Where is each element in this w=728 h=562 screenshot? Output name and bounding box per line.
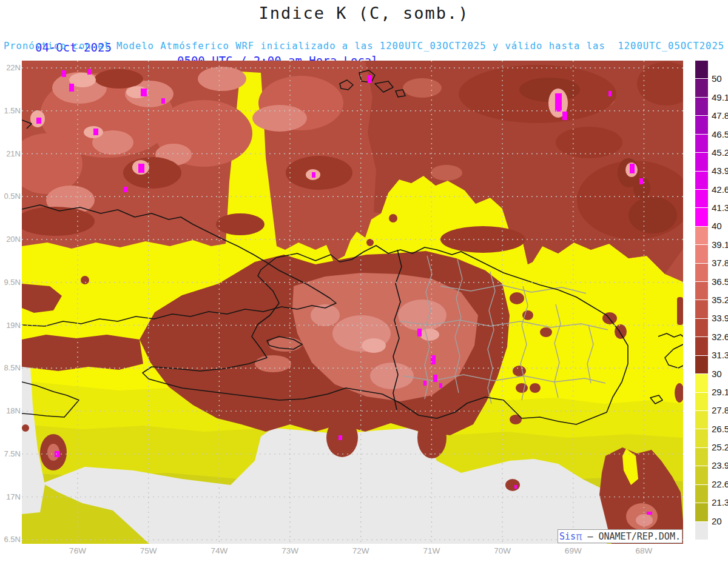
brand-sis-label: Sis: [559, 531, 576, 542]
colorbar-segment: [695, 429, 708, 447]
colorbar-tick-label: 29.1: [712, 387, 728, 397]
x-axis-label: 70W: [494, 546, 511, 555]
colorbar-segment: [695, 264, 708, 282]
x-axis-label: 75W: [140, 546, 157, 555]
colorbar-tick-label: 31.3: [712, 350, 728, 360]
y-axis-label: 6.5N: [0, 535, 21, 544]
colorbar: [695, 61, 708, 540]
colorbar-tick-label: 40: [712, 221, 722, 231]
page-title: Indice K (C, somb.): [0, 4, 728, 22]
colorbar-segment: [695, 208, 708, 226]
x-axis-label: 69W: [565, 546, 582, 555]
colorbar-segment: [695, 153, 708, 171]
y-axis-label: 9.5N: [0, 278, 21, 287]
datetime-row: 04-Oct-2025 0500 UTC / 2:00 am Hora Loca…: [0, 27, 728, 41]
colorbar-segment: [695, 79, 708, 97]
colorbar-tick-label: 21.3: [712, 497, 728, 507]
colorbar-segment: [695, 503, 708, 521]
colorbar-tick-label: 26.5: [712, 424, 728, 434]
y-axis-label: 22N: [0, 63, 21, 72]
colorbar-tick-label: 42.6: [712, 184, 728, 195]
kindex-forecast-page: Indice K (C, somb.) 04-Oct-2025 0500 UTC…: [0, 0, 728, 562]
colorbar-tick-label: 23.9: [712, 460, 728, 470]
colorbar-segment: [695, 448, 708, 466]
org-label: – ONAMET/REP.DOM.: [582, 531, 681, 542]
colorbar-segment: [695, 356, 708, 374]
y-axis-label: 7.5N: [0, 449, 21, 458]
colorbar-segment: [695, 172, 708, 190]
y-axis-label: 17N: [0, 492, 21, 501]
colorbar-segment: [695, 393, 708, 411]
colorbar-segment: [695, 411, 708, 429]
colorbar-tick-label: 30: [712, 369, 722, 379]
colorbar-tick-label: 46.5: [712, 129, 728, 139]
forecast-model-subtitle: Pronóstico con el Modelo Atmósferico WRF…: [0, 41, 728, 52]
colorbar-tick-label: 43.9: [712, 166, 728, 176]
colorbar-segment: [695, 227, 708, 245]
x-axis-label: 74W: [211, 546, 228, 555]
colorbar-tick-label: 49.1: [712, 92, 728, 102]
colorbar-tick-label: 37.8: [712, 258, 728, 268]
x-axis-label: 76W: [69, 546, 86, 555]
colorbar-segment: [695, 190, 708, 208]
y-axis-label: 8.5N: [0, 363, 21, 372]
colorbar-tick-label: 47.8: [712, 110, 728, 121]
y-axis-label: 19N: [0, 321, 21, 330]
watermark-box: Sis π – ONAMET/REP.DOM.: [558, 529, 682, 543]
colorbar-segment: [695, 116, 708, 134]
colorbar-tick-label: 22.6: [712, 479, 728, 489]
colorbar-segment: [695, 245, 708, 263]
x-axis-label: 72W: [352, 546, 369, 555]
colorbar-segment: [695, 135, 708, 153]
colorbar-segment: [695, 61, 708, 79]
y-axis-label: 20N: [0, 235, 21, 244]
colorbar-tick-label: 27.8: [712, 405, 728, 415]
colorbar-segment: [695, 522, 708, 540]
colorbar-segment: [695, 337, 708, 355]
colorbar-segment: [695, 485, 708, 503]
colorbar-segment: [695, 300, 708, 318]
map-canvas: [22, 61, 683, 544]
y-axis-label: 18N: [0, 406, 21, 415]
colorbar-tick-label: 45.2: [712, 147, 728, 158]
colorbar-tick-label: 36.5: [712, 276, 728, 287]
brand-pi-icon: π: [576, 530, 582, 543]
colorbar-tick-label: 50: [712, 73, 722, 84]
colorbar-tick-label: 35.2: [712, 295, 728, 305]
x-axis-label: 73W: [281, 546, 298, 555]
y-axis-label: 1.5N: [0, 106, 21, 115]
y-axis-label: 21N: [0, 149, 21, 158]
colorbar-tick-label: 20: [712, 516, 722, 526]
weather-map: 22N1.5N21N0.5N20N9.5N19N8.5N18N7.5N17N6.…: [22, 61, 683, 544]
colorbar-tick-label: 33.9: [712, 313, 728, 323]
x-axis-label: 71W: [423, 546, 440, 555]
colorbar-tick-label: 41.3: [712, 202, 728, 213]
colorbar-segment: [695, 282, 708, 300]
y-axis-label: 0.5N: [0, 192, 21, 201]
colorbar-segment: [695, 466, 708, 484]
colorbar-tick-label: 32.6: [712, 332, 728, 342]
colorbar-segment: [695, 98, 708, 116]
x-axis-label: 68W: [636, 546, 653, 555]
colorbar-segment: [695, 319, 708, 337]
colorbar-segment: [695, 374, 708, 392]
colorbar-tick-label: 25.2: [712, 442, 728, 452]
colorbar-tick-label: 39.1: [712, 239, 728, 250]
